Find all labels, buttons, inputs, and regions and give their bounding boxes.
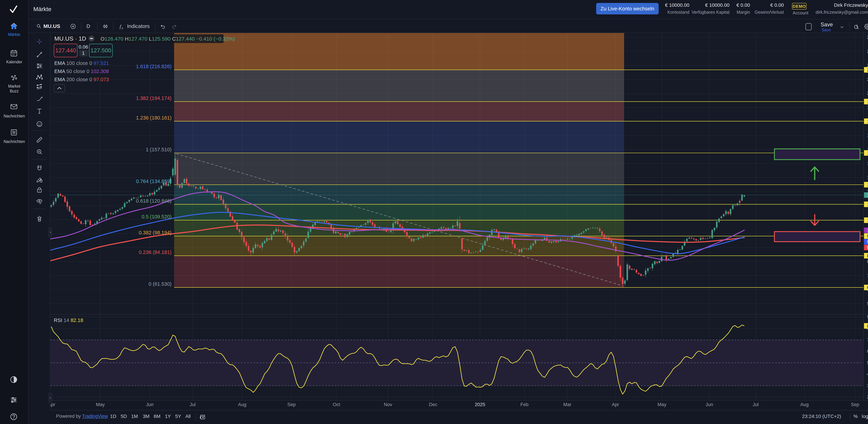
- svg-text:Mar: Mar: [563, 402, 571, 407]
- svg-text:102.308: 102.308: [867, 228, 868, 233]
- svg-text:Jul: Jul: [753, 402, 759, 407]
- svg-text:97.521: 97.521: [867, 239, 868, 244]
- svg-text:194.174: 194.174: [867, 99, 868, 104]
- svg-text:90.00: 90.00: [867, 315, 868, 319]
- svg-text:Aug: Aug: [800, 402, 809, 407]
- svg-text:Aug: Aug: [238, 402, 246, 407]
- svg-text:RSI 14 82.18: RSI 14 82.18: [54, 318, 83, 323]
- svg-text:0.5 (109.520): 0.5 (109.520): [142, 214, 172, 220]
- svg-text:EMA 50 close 0 102.308: EMA 50 close 0 102.308: [54, 68, 109, 74]
- svg-text:1.382 (194.174): 1.382 (194.174): [136, 95, 172, 101]
- svg-text:140.000: 140.000: [867, 175, 868, 180]
- svg-text:240.000: 240.000: [867, 35, 868, 39]
- svg-text:127.440: 127.440: [55, 47, 76, 54]
- svg-text:30.00: 30.00: [867, 383, 868, 388]
- svg-text:80.000: 80.000: [867, 259, 868, 264]
- svg-text:180.161: 180.161: [867, 119, 868, 124]
- svg-text:134.859: 134.859: [867, 182, 868, 187]
- svg-text:109.520: 109.520: [867, 218, 868, 223]
- svg-text:0.236 (84.181): 0.236 (84.181): [139, 250, 172, 255]
- svg-text:216.826: 216.826: [867, 67, 868, 72]
- svg-text:60.00: 60.00: [867, 349, 868, 354]
- svg-text:f: f: [120, 24, 122, 29]
- svg-text:190.000: 190.000: [867, 105, 868, 110]
- svg-text:May: May: [657, 402, 666, 407]
- svg-text:0.618 (120.846): 0.618 (120.846): [136, 198, 172, 204]
- svg-text:0.06: 0.06: [79, 44, 88, 50]
- svg-text:EMA 200 close 0 97.073: EMA 200 close 0 97.073: [54, 77, 109, 82]
- svg-text:220.000: 220.000: [867, 63, 868, 68]
- svg-text:1 (157.510): 1 (157.510): [146, 147, 172, 152]
- svg-text:May: May: [96, 402, 105, 407]
- svg-text:61.530: 61.530: [867, 285, 868, 290]
- svg-text:1.618 (216.826): 1.618 (216.826): [136, 64, 172, 69]
- svg-text:0.764 (134.859): 0.764 (134.859): [136, 178, 172, 184]
- svg-text:120.846: 120.846: [867, 202, 868, 207]
- svg-text:Oct: Oct: [333, 402, 340, 407]
- svg-text:Jun: Jun: [706, 402, 713, 407]
- svg-text:0.382 (98.194): 0.382 (98.194): [139, 230, 172, 235]
- svg-text:230.000: 230.000: [867, 49, 868, 54]
- svg-text:Sep: Sep: [851, 402, 859, 407]
- svg-text:98.194: 98.194: [867, 234, 868, 238]
- svg-text:200.000: 200.000: [867, 91, 868, 96]
- svg-text:Sep: Sep: [287, 402, 296, 407]
- svg-text:2025: 2025: [475, 402, 485, 407]
- svg-text:Nov: Nov: [384, 402, 392, 407]
- svg-text:170.000: 170.000: [867, 133, 868, 138]
- svg-text:50.000: 50.000: [867, 301, 868, 306]
- svg-text:82.18: 82.18: [867, 324, 868, 328]
- svg-text:1: 1: [82, 51, 85, 56]
- svg-text:MU.US · 1D: MU.US · 1D: [54, 35, 86, 42]
- svg-text:Dec: Dec: [429, 402, 437, 407]
- svg-text:84.181: 84.181: [867, 253, 868, 258]
- svg-text:Jul: Jul: [190, 402, 196, 407]
- svg-text:Apr: Apr: [612, 402, 619, 407]
- svg-text:x: x: [122, 26, 123, 30]
- svg-text:70.000: 70.000: [867, 273, 868, 278]
- svg-text:150.000: 150.000: [867, 161, 868, 166]
- svg-text:97.073: 97.073: [867, 245, 868, 250]
- svg-text:127.500: 127.500: [90, 47, 111, 54]
- svg-text:20.00: 20.00: [867, 395, 868, 399]
- svg-text:Jun: Jun: [146, 402, 154, 407]
- svg-text:127.440: 127.440: [867, 193, 868, 198]
- svg-text:210.000: 210.000: [867, 77, 868, 82]
- svg-text:157.510: 157.510: [867, 151, 868, 156]
- svg-text:O126.470 H127.470 L125.590 C12: O126.470 H127.470 L125.590 C127.440 −0.4…: [100, 36, 235, 42]
- svg-text:EMA 100 close 0 97.521: EMA 100 close 0 97.521: [54, 60, 109, 66]
- svg-text:0 (61.530): 0 (61.530): [149, 281, 172, 287]
- svg-text:50.00: 50.00: [867, 360, 868, 365]
- svg-text:40.00: 40.00: [867, 372, 868, 377]
- svg-text:1.236 (180.161): 1.236 (180.161): [136, 115, 172, 121]
- svg-text:70.00: 70.00: [867, 337, 868, 342]
- svg-text:Feb: Feb: [521, 402, 529, 407]
